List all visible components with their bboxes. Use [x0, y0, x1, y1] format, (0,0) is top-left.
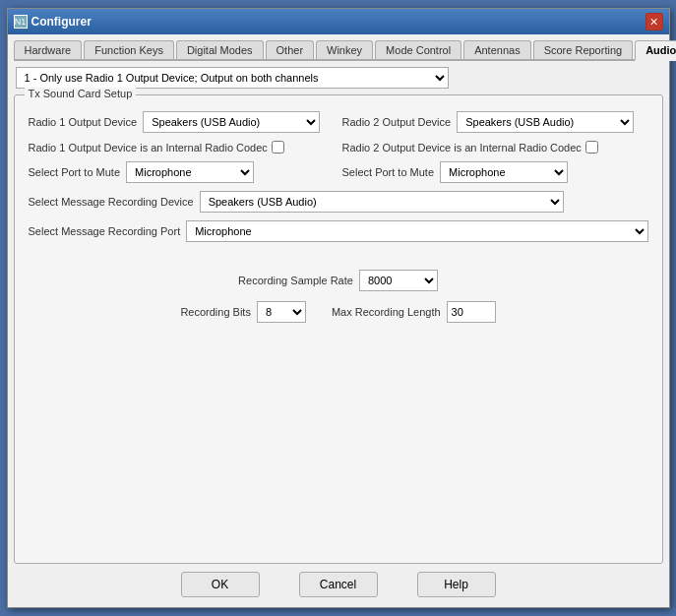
radio2-mute-label: Select Port to Mute	[342, 166, 435, 178]
radio2-mute-select[interactable]: Microphone	[440, 161, 568, 183]
radio1-mute-label: Select Port to Mute	[29, 166, 121, 178]
msg-port-label: Select Message Recording Port	[29, 225, 181, 237]
top-dropdown-row: 1 - Only use Radio 1 Output Device; Outp…	[14, 67, 663, 89]
radio1-mute-select[interactable]: Microphone	[126, 161, 254, 183]
tab-antennas[interactable]: Antennas	[463, 40, 530, 59]
group-title: Tx Sound Card Setup	[25, 88, 137, 99]
radio1-mute-col: Select Port to Mute Microphone	[29, 161, 335, 183]
tab-hardware[interactable]: Hardware	[14, 40, 83, 59]
radio1-codec-col: Radio 1 Output Device is an Internal Rad…	[29, 141, 335, 154]
radio2-output-select[interactable]: Speakers (USB Audio)	[457, 111, 634, 133]
footer: OK Cancel Help	[14, 564, 663, 601]
codec-row: Radio 1 Output Device is an Internal Rad…	[29, 141, 648, 154]
max-length-label: Max Recording Length	[332, 306, 441, 318]
radio2-output-label: Radio 2 Output Device	[342, 116, 452, 128]
close-button[interactable]: ✕	[645, 13, 663, 31]
bits-select[interactable]: 8 16	[257, 301, 306, 323]
msg-device-label: Select Message Recording Device	[29, 196, 194, 208]
window-body: Hardware Function Keys Digital Modes Oth…	[8, 34, 669, 607]
max-length-input[interactable]: 30	[447, 301, 496, 323]
radio2-mute-col: Select Port to Mute Microphone	[342, 161, 648, 183]
title-bar: N1 Configurer ✕	[8, 9, 669, 34]
tab-winkey[interactable]: Winkey	[316, 40, 373, 59]
radio1-output-select[interactable]: Speakers (USB Audio)	[143, 111, 320, 133]
form-section: Radio 1 Output Device Speakers (USB Audi…	[29, 111, 648, 323]
msg-port-select[interactable]: Microphone	[186, 220, 647, 242]
output-device-row: Radio 1 Output Device Speakers (USB Audi…	[29, 111, 648, 133]
sample-rate-row: Recording Sample Rate 8000 11025 22050 4…	[238, 270, 438, 291]
radio1-output-col: Radio 1 Output Device Speakers (USB Audi…	[29, 111, 335, 133]
tab-digital-modes[interactable]: Digital Modes	[176, 40, 264, 59]
cancel-button[interactable]: Cancel	[299, 572, 378, 597]
msg-device-row: Select Message Recording Device Speakers…	[29, 191, 648, 213]
tab-mode-control[interactable]: Mode Control	[375, 40, 461, 59]
output-mode-select[interactable]: 1 - Only use Radio 1 Output Device; Outp…	[16, 67, 449, 89]
radio1-codec-checkbox[interactable]	[272, 141, 284, 154]
tab-score-reporting[interactable]: Score Reporting	[533, 40, 634, 59]
help-button[interactable]: Help	[417, 572, 496, 597]
bits-label: Recording Bits	[180, 306, 251, 318]
window-title: Configurer	[31, 15, 92, 29]
content-area: 1 - Only use Radio 1 Output Device; Outp…	[14, 67, 663, 564]
tx-sound-card-group: Tx Sound Card Setup Radio 1 Output Devic…	[14, 94, 663, 564]
main-window: N1 Configurer ✕ Hardware Function Keys D…	[7, 8, 670, 608]
tab-audio[interactable]: Audio	[635, 40, 676, 61]
ok-button[interactable]: OK	[181, 572, 260, 597]
recording-section: Recording Sample Rate 8000 11025 22050 4…	[29, 270, 648, 323]
mute-row: Select Port to Mute Microphone Select Po…	[29, 161, 648, 183]
sample-rate-label: Recording Sample Rate	[238, 275, 353, 286]
bits-length-row: Recording Bits 8 16 Max Recording Length…	[180, 301, 495, 323]
tab-other[interactable]: Other	[266, 40, 315, 59]
radio2-codec-label: Radio 2 Output Device is an Internal Rad…	[342, 142, 582, 154]
sample-rate-select[interactable]: 8000 11025 22050 44100	[359, 270, 438, 291]
tabs-bar: Hardware Function Keys Digital Modes Oth…	[14, 40, 663, 61]
app-icon: N1	[14, 15, 28, 29]
radio2-codec-col: Radio 2 Output Device is an Internal Rad…	[335, 141, 648, 154]
msg-port-row: Select Message Recording Port Microphone	[29, 220, 648, 242]
msg-device-select[interactable]: Speakers (USB Audio)	[200, 191, 564, 213]
radio1-output-label: Radio 1 Output Device	[29, 116, 138, 128]
title-bar-left: N1 Configurer	[14, 15, 92, 29]
radio1-codec-label: Radio 1 Output Device is an Internal Rad…	[29, 142, 268, 154]
radio2-codec-checkbox[interactable]	[585, 141, 598, 154]
tab-function-keys[interactable]: Function Keys	[84, 40, 174, 59]
radio2-output-col: Radio 2 Output Device Speakers (USB Audi…	[342, 111, 648, 133]
